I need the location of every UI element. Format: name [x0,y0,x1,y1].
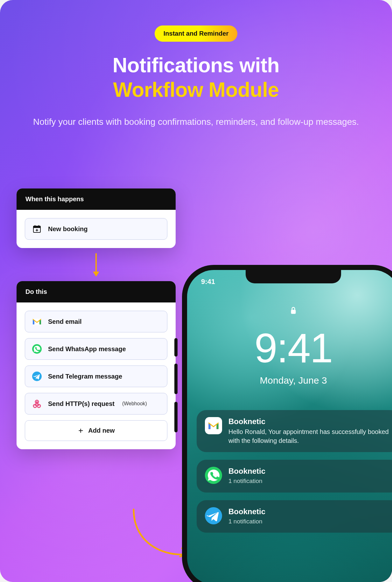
phone-notch [246,270,341,283]
notification-item[interactable]: Booknetic 1 notification [197,500,392,533]
notification-title: Booknetic [228,417,391,426]
action-slot-whatsapp[interactable]: Send WhatsApp message [25,338,167,360]
add-new-button[interactable]: Add new [25,420,167,441]
lockscreen-time: 9:41 [187,324,392,372]
notification-stack: Booknetic Hello Ronald, Your appointment… [197,410,392,533]
webhook-icon [32,399,42,408]
lockscreen-date: Monday, June 3 [187,375,392,386]
plus-icon [77,427,84,434]
gmail-icon [205,417,222,434]
arrow-connector [17,248,176,281]
telegram-icon [32,372,42,381]
hero-pill: Instant and Reminder [155,25,237,42]
action-slot-email[interactable]: Send email [25,311,167,332]
action-label: Send HTTP(s) request [48,400,115,408]
lock-icon [187,305,392,316]
telegram-icon [205,507,222,524]
hero: Instant and Reminder Notifications with … [0,25,392,129]
action-note: (Webhook) [122,401,147,407]
trigger-slot[interactable]: New booking [25,218,167,240]
do-card-header: Do this [17,281,176,302]
phone-side-button [174,364,178,394]
notification-body: 1 notification [228,477,265,486]
action-slot-telegram[interactable]: Send Telegram message [25,366,167,387]
when-card-header: When this happens [17,188,176,210]
hero-subtitle: Notify your clients with booking confirm… [19,115,373,129]
phone-side-button [174,338,178,357]
phone-lockscreen: 9:41 9:41 Monday, June 3 Booknetic Hello… [187,270,392,582]
whatsapp-icon [32,344,42,354]
do-card: Do this Send email Send WhatsApp message… [17,281,176,449]
notification-body: 1 notification [228,517,265,526]
when-card: When this happens New booking [17,188,176,248]
action-label: Send email [48,318,82,325]
whatsapp-icon [205,467,222,484]
trigger-label: New booking [48,225,88,233]
notification-title: Booknetic [228,507,265,516]
calendar-add-icon [32,224,42,234]
status-bar-time: 9:41 [201,278,215,286]
action-label: Send WhatsApp message [48,345,126,353]
add-new-label: Add new [88,427,115,434]
notification-title: Booknetic [228,467,265,476]
phone-mockup: 9:41 9:41 Monday, June 3 Booknetic Hello… [182,265,392,582]
promo-stage: Instant and Reminder Notifications with … [0,0,392,582]
hero-title-line2: Workflow Module [113,78,279,101]
notification-body: Hello Ronald, Your appointment has succe… [228,427,391,445]
notification-item[interactable]: Booknetic Hello Ronald, Your appointment… [197,410,392,452]
hero-title: Notifications with Workflow Module [19,53,373,102]
action-label: Send Telegram message [48,373,122,380]
arrow-down-icon [95,253,97,275]
workflow-column: When this happens New booking Do this Se… [17,188,176,449]
gmail-icon [32,317,42,326]
notification-item[interactable]: Booknetic 1 notification [197,460,392,493]
action-slot-webhook[interactable]: Send HTTP(s) request (Webhook) [25,393,167,415]
phone-side-button [174,402,178,432]
hero-title-line1: Notifications with [113,54,279,77]
